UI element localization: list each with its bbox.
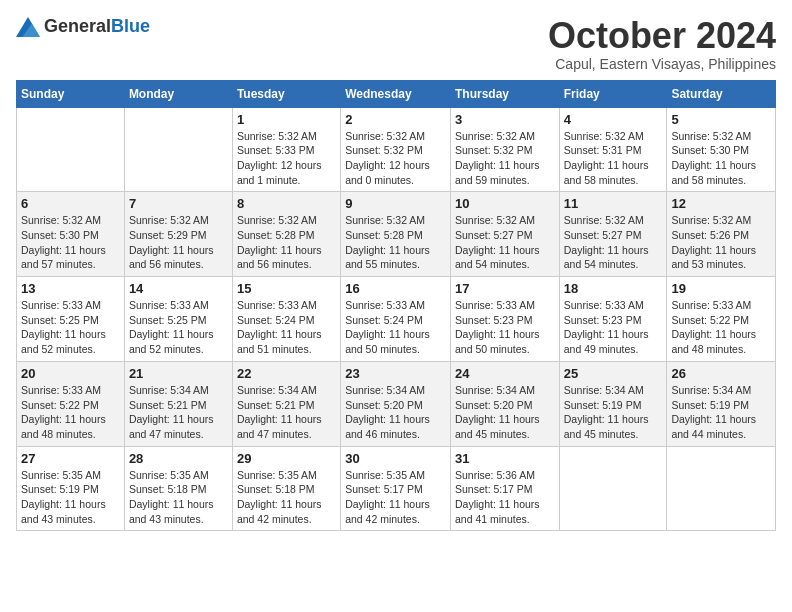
calendar-cell: 8Sunrise: 5:32 AMSunset: 5:28 PMDaylight… (232, 192, 340, 277)
day-detail: Sunrise: 5:32 AMSunset: 5:30 PMDaylight:… (21, 213, 120, 272)
day-detail: Sunrise: 5:33 AMSunset: 5:23 PMDaylight:… (455, 298, 555, 357)
calendar-cell: 5Sunrise: 5:32 AMSunset: 5:30 PMDaylight… (667, 107, 776, 192)
calendar-cell: 29Sunrise: 5:35 AMSunset: 5:18 PMDayligh… (232, 446, 340, 531)
calendar-cell: 12Sunrise: 5:32 AMSunset: 5:26 PMDayligh… (667, 192, 776, 277)
day-detail: Sunrise: 5:35 AMSunset: 5:18 PMDaylight:… (129, 468, 228, 527)
day-detail: Sunrise: 5:33 AMSunset: 5:24 PMDaylight:… (237, 298, 336, 357)
column-header-friday: Friday (559, 80, 667, 107)
day-detail: Sunrise: 5:32 AMSunset: 5:28 PMDaylight:… (237, 213, 336, 272)
calendar-cell: 13Sunrise: 5:33 AMSunset: 5:25 PMDayligh… (17, 277, 125, 362)
day-number: 8 (237, 196, 336, 211)
day-detail: Sunrise: 5:32 AMSunset: 5:31 PMDaylight:… (564, 129, 663, 188)
calendar-cell: 2Sunrise: 5:32 AMSunset: 5:32 PMDaylight… (341, 107, 451, 192)
column-header-thursday: Thursday (450, 80, 559, 107)
day-detail: Sunrise: 5:32 AMSunset: 5:32 PMDaylight:… (455, 129, 555, 188)
calendar-header: SundayMondayTuesdayWednesdayThursdayFrid… (17, 80, 776, 107)
header-row: SundayMondayTuesdayWednesdayThursdayFrid… (17, 80, 776, 107)
logo-icon (16, 17, 40, 37)
calendar-cell: 1Sunrise: 5:32 AMSunset: 5:33 PMDaylight… (232, 107, 340, 192)
calendar-cell (124, 107, 232, 192)
day-number: 5 (671, 112, 771, 127)
month-title: October 2024 (548, 16, 776, 56)
day-detail: Sunrise: 5:34 AMSunset: 5:21 PMDaylight:… (129, 383, 228, 442)
calendar-cell: 23Sunrise: 5:34 AMSunset: 5:20 PMDayligh… (341, 361, 451, 446)
calendar-cell: 18Sunrise: 5:33 AMSunset: 5:23 PMDayligh… (559, 277, 667, 362)
day-number: 21 (129, 366, 228, 381)
day-number: 9 (345, 196, 446, 211)
calendar-cell: 16Sunrise: 5:33 AMSunset: 5:24 PMDayligh… (341, 277, 451, 362)
day-detail: Sunrise: 5:33 AMSunset: 5:22 PMDaylight:… (21, 383, 120, 442)
calendar-cell: 14Sunrise: 5:33 AMSunset: 5:25 PMDayligh… (124, 277, 232, 362)
day-detail: Sunrise: 5:32 AMSunset: 5:27 PMDaylight:… (564, 213, 663, 272)
calendar-cell (559, 446, 667, 531)
calendar-cell: 26Sunrise: 5:34 AMSunset: 5:19 PMDayligh… (667, 361, 776, 446)
week-row-5: 27Sunrise: 5:35 AMSunset: 5:19 PMDayligh… (17, 446, 776, 531)
column-header-tuesday: Tuesday (232, 80, 340, 107)
week-row-3: 13Sunrise: 5:33 AMSunset: 5:25 PMDayligh… (17, 277, 776, 362)
day-detail: Sunrise: 5:32 AMSunset: 5:26 PMDaylight:… (671, 213, 771, 272)
calendar-cell: 7Sunrise: 5:32 AMSunset: 5:29 PMDaylight… (124, 192, 232, 277)
calendar-cell: 19Sunrise: 5:33 AMSunset: 5:22 PMDayligh… (667, 277, 776, 362)
day-detail: Sunrise: 5:34 AMSunset: 5:19 PMDaylight:… (671, 383, 771, 442)
calendar-cell: 31Sunrise: 5:36 AMSunset: 5:17 PMDayligh… (450, 446, 559, 531)
calendar-cell: 15Sunrise: 5:33 AMSunset: 5:24 PMDayligh… (232, 277, 340, 362)
logo-text: GeneralBlue (44, 16, 150, 37)
location-subtitle: Capul, Eastern Visayas, Philippines (548, 56, 776, 72)
calendar-cell (17, 107, 125, 192)
day-number: 24 (455, 366, 555, 381)
day-detail: Sunrise: 5:35 AMSunset: 5:17 PMDaylight:… (345, 468, 446, 527)
week-row-2: 6Sunrise: 5:32 AMSunset: 5:30 PMDaylight… (17, 192, 776, 277)
calendar-cell: 25Sunrise: 5:34 AMSunset: 5:19 PMDayligh… (559, 361, 667, 446)
column-header-wednesday: Wednesday (341, 80, 451, 107)
day-number: 16 (345, 281, 446, 296)
day-detail: Sunrise: 5:33 AMSunset: 5:25 PMDaylight:… (21, 298, 120, 357)
day-number: 17 (455, 281, 555, 296)
calendar-cell: 20Sunrise: 5:33 AMSunset: 5:22 PMDayligh… (17, 361, 125, 446)
logo-general: General (44, 16, 111, 36)
logo-blue: Blue (111, 16, 150, 36)
day-detail: Sunrise: 5:32 AMSunset: 5:28 PMDaylight:… (345, 213, 446, 272)
day-detail: Sunrise: 5:34 AMSunset: 5:20 PMDaylight:… (345, 383, 446, 442)
day-number: 26 (671, 366, 771, 381)
calendar-cell: 30Sunrise: 5:35 AMSunset: 5:17 PMDayligh… (341, 446, 451, 531)
day-number: 25 (564, 366, 663, 381)
day-detail: Sunrise: 5:32 AMSunset: 5:27 PMDaylight:… (455, 213, 555, 272)
calendar-cell (667, 446, 776, 531)
day-number: 18 (564, 281, 663, 296)
day-detail: Sunrise: 5:33 AMSunset: 5:22 PMDaylight:… (671, 298, 771, 357)
day-detail: Sunrise: 5:33 AMSunset: 5:23 PMDaylight:… (564, 298, 663, 357)
column-header-sunday: Sunday (17, 80, 125, 107)
day-detail: Sunrise: 5:36 AMSunset: 5:17 PMDaylight:… (455, 468, 555, 527)
calendar-cell: 9Sunrise: 5:32 AMSunset: 5:28 PMDaylight… (341, 192, 451, 277)
calendar-body: 1Sunrise: 5:32 AMSunset: 5:33 PMDaylight… (17, 107, 776, 531)
day-number: 20 (21, 366, 120, 381)
day-detail: Sunrise: 5:35 AMSunset: 5:19 PMDaylight:… (21, 468, 120, 527)
calendar-cell: 6Sunrise: 5:32 AMSunset: 5:30 PMDaylight… (17, 192, 125, 277)
day-number: 22 (237, 366, 336, 381)
day-number: 6 (21, 196, 120, 211)
day-detail: Sunrise: 5:33 AMSunset: 5:25 PMDaylight:… (129, 298, 228, 357)
title-block: October 2024 Capul, Eastern Visayas, Phi… (548, 16, 776, 72)
day-number: 30 (345, 451, 446, 466)
day-detail: Sunrise: 5:32 AMSunset: 5:29 PMDaylight:… (129, 213, 228, 272)
day-number: 13 (21, 281, 120, 296)
day-number: 11 (564, 196, 663, 211)
calendar-table: SundayMondayTuesdayWednesdayThursdayFrid… (16, 80, 776, 532)
day-number: 28 (129, 451, 228, 466)
day-number: 27 (21, 451, 120, 466)
calendar-cell: 11Sunrise: 5:32 AMSunset: 5:27 PMDayligh… (559, 192, 667, 277)
week-row-1: 1Sunrise: 5:32 AMSunset: 5:33 PMDaylight… (17, 107, 776, 192)
day-detail: Sunrise: 5:32 AMSunset: 5:30 PMDaylight:… (671, 129, 771, 188)
calendar-cell: 28Sunrise: 5:35 AMSunset: 5:18 PMDayligh… (124, 446, 232, 531)
day-number: 10 (455, 196, 555, 211)
day-number: 12 (671, 196, 771, 211)
day-detail: Sunrise: 5:33 AMSunset: 5:24 PMDaylight:… (345, 298, 446, 357)
day-detail: Sunrise: 5:32 AMSunset: 5:33 PMDaylight:… (237, 129, 336, 188)
logo: GeneralBlue (16, 16, 150, 37)
day-detail: Sunrise: 5:34 AMSunset: 5:20 PMDaylight:… (455, 383, 555, 442)
column-header-saturday: Saturday (667, 80, 776, 107)
day-detail: Sunrise: 5:32 AMSunset: 5:32 PMDaylight:… (345, 129, 446, 188)
day-number: 3 (455, 112, 555, 127)
day-detail: Sunrise: 5:35 AMSunset: 5:18 PMDaylight:… (237, 468, 336, 527)
calendar-cell: 10Sunrise: 5:32 AMSunset: 5:27 PMDayligh… (450, 192, 559, 277)
